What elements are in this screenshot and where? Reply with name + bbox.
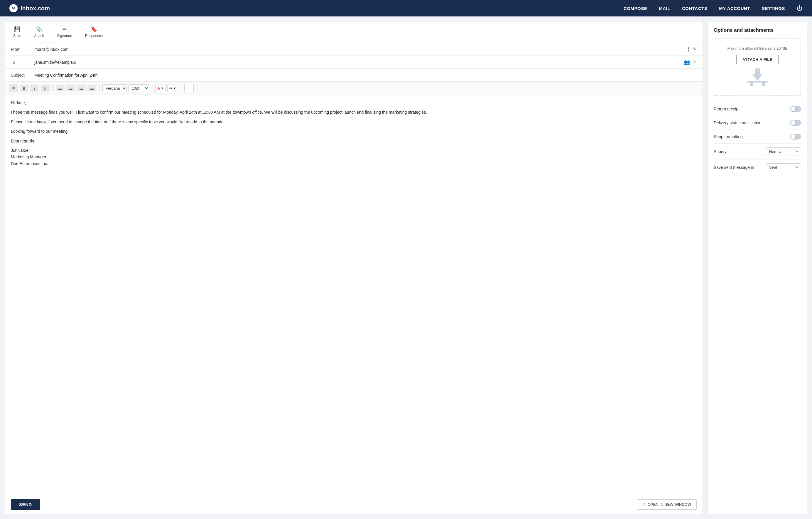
main-nav: COMPOSE MAIL CONTACTS MY ACCOUNT SETTING… [624,5,803,12]
svg-rect-0 [747,81,768,83]
align-center-button[interactable] [66,85,75,91]
align-right-icon [79,87,83,89]
subject-label: Subject [11,73,34,78]
return-receipt-label: Return receipt [714,107,740,111]
underline-button[interactable]: U [41,85,50,92]
nav-mail[interactable]: MAIL [659,6,670,11]
svg-rect-2 [762,83,765,86]
save-label: Save [13,34,21,38]
attach-area: Maximum allowed file size is 20 MB ATTAC… [714,38,801,96]
email-body[interactable]: Hi Jane, I hope this message finds you w… [5,95,702,495]
signature-button[interactable]: ✏ Signature [55,25,74,39]
to-label: To [11,60,34,64]
logo: ✉ Inbox.com [9,4,50,12]
signature-label: Signature [57,34,72,38]
font-family-select[interactable]: Verdana [103,84,127,92]
upload-download-icon [747,69,768,88]
fmt-divider-3 [152,85,152,91]
to-actions: 👥 + [684,59,697,65]
delivery-status-label: Delivery status notification [714,120,761,125]
more-format-button[interactable]: ··· [184,84,193,92]
attach-icon: 📎 [36,26,42,33]
to-field-row: To 👥 + [5,56,702,69]
nav-compose[interactable]: COMPOSE [624,6,647,11]
save-sent-row: Save sent message in Sent Drafts Inbox [714,159,801,175]
responses-label: Responses [85,34,103,38]
fmt-divider-2 [99,85,99,91]
responses-icon: 🔖 [91,26,97,33]
highlight-icon: ✏ [169,86,173,90]
options-panel: Options and attachments Maximum allowed … [707,21,807,514]
text-color-button[interactable]: A ▼ [155,85,166,92]
compose-bottom: SEND ↗ OPEN IN NEW WINDOW [5,495,702,514]
align-center-icon [69,87,73,89]
edit-from-icon[interactable]: ✎ [693,47,697,52]
logo-text: Inbox.com [21,5,50,12]
external-link-icon: ↗ [642,502,646,507]
font-size-select[interactable]: 10pt [128,84,149,92]
highlight-color-button[interactable]: ✏ ▼ [167,85,178,92]
compose-toolbar: 💾 Save 📎 Attach ✏ Signature 🔖 Responses [5,22,702,43]
subject-field-row: Subject [5,69,702,82]
svg-marker-3 [752,69,762,81]
priority-label: Priority [714,149,727,154]
add-recipient-icon[interactable]: + [693,59,697,65]
return-receipt-row: Return receipt [714,102,801,116]
keep-formatting-toggle[interactable] [790,134,801,139]
nav-my-account[interactable]: MY ACCOUNT [719,6,750,11]
clear-format-button[interactable]: ✕ [9,84,18,92]
from-field-row: From ▲▼ ✎ [5,43,702,56]
fmt-divider-1 [53,85,53,91]
from-actions: ▲▼ ✎ [687,47,697,52]
align-left-icon [58,87,62,89]
text-color-chevron: ▼ [161,87,164,90]
priority-row: Priority Normal High Low [714,143,801,159]
save-icon: 💾 [14,26,21,33]
priority-select[interactable]: Normal High Low [766,147,801,155]
justify-button[interactable] [87,85,96,91]
fmt-divider-4 [181,85,181,91]
options-title: Options and attachments [714,27,801,33]
open-in-new-window-button[interactable]: ↗ OPEN IN NEW WINDOW [637,499,697,510]
svg-rect-1 [750,83,753,86]
align-left-button[interactable] [56,85,64,91]
save-sent-label: Save sent message in [714,165,754,170]
save-sent-select[interactable]: Sent Drafts Inbox [766,163,801,171]
responses-button[interactable]: 🔖 Responses [83,25,105,39]
attach-button[interactable]: 📎 Attach [32,25,47,39]
from-label: From [11,47,34,52]
bold-button[interactable]: B [20,85,28,92]
power-icon[interactable]: ⏻ [797,5,803,12]
main-layout: 💾 Save 📎 Attach ✏ Signature 🔖 Responses … [0,17,812,519]
logo-icon: ✉ [9,4,18,12]
save-button[interactable]: 💾 Save [11,25,24,39]
attach-file-button[interactable]: ATTACH A FILE [736,55,779,64]
max-file-size-text: Maximum allowed file size is 20 MB [727,46,787,51]
open-window-label: OPEN IN NEW WINDOW [648,502,691,507]
text-color-icon: A [157,86,160,90]
to-input[interactable] [34,57,684,67]
italic-button[interactable]: I [30,85,39,92]
from-input[interactable] [34,44,687,55]
send-button[interactable]: SEND [11,499,40,510]
nav-settings[interactable]: SETTINGS [762,6,785,11]
compose-panel: 💾 Save 📎 Attach ✏ Signature 🔖 Responses … [5,21,703,514]
return-receipt-toggle[interactable] [790,106,801,112]
format-toolbar: ✕ B I U [5,82,702,95]
attach-label: Attach [34,34,44,38]
keep-formatting-label: Keep formatting [714,134,743,139]
header: ✉ Inbox.com COMPOSE MAIL CONTACTS MY ACC… [0,0,812,17]
nav-contacts[interactable]: CONTACTS [682,6,707,11]
contacts-picker-icon[interactable]: 👥 [684,59,690,65]
signature-icon: ✏ [62,26,67,33]
from-selector-icon[interactable]: ▲▼ [687,47,690,52]
subject-input[interactable] [34,70,697,80]
keep-formatting-row: Keep formatting [714,130,801,143]
delivery-status-row: Delivery status notification [714,116,801,130]
highlight-chevron: ▼ [173,87,176,90]
delivery-status-toggle[interactable] [790,120,801,126]
align-right-button[interactable] [77,85,86,91]
justify-icon [90,87,94,89]
